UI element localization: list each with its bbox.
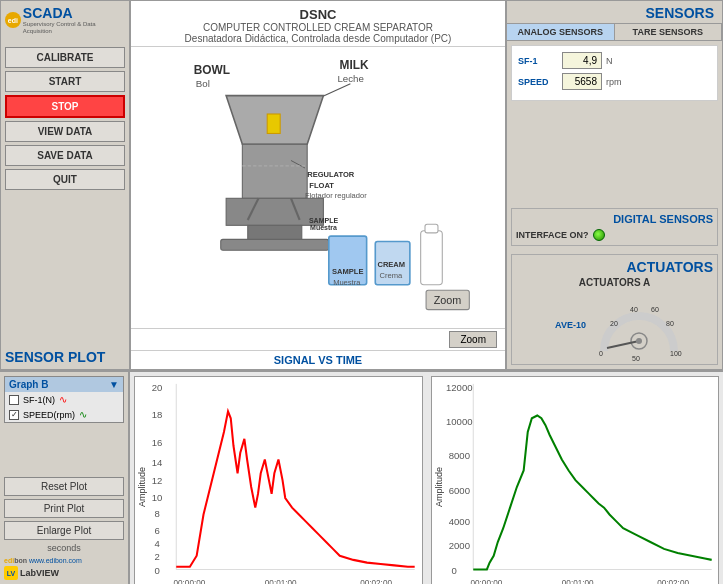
- svg-text:2: 2: [154, 551, 159, 562]
- labview-label: LabVIEW: [20, 568, 59, 578]
- interface-led: [593, 229, 605, 241]
- speed-checkbox[interactable]: [9, 410, 19, 420]
- save-data-button[interactable]: SAVE DATA: [5, 145, 125, 166]
- logo-area: edi SCADA Supervisory Control & Data Acq…: [5, 5, 125, 35]
- svg-text:Crema: Crema: [380, 271, 403, 280]
- svg-text:00:02:00: 00:02:00: [360, 579, 392, 584]
- right-panel: SENSORS ANALOG SENSORS TARE SENSORS SF-1…: [507, 1, 722, 369]
- start-button[interactable]: START: [5, 71, 125, 92]
- gauge-svg: 0 20 40 60 80 100: [594, 296, 684, 361]
- svg-text:60: 60: [651, 306, 659, 313]
- speed-unit: rpm: [606, 77, 622, 87]
- digital-sensors-header: DIGITAL SENSORS: [516, 213, 713, 225]
- graph-selector: Graph B ▼ SF-1(N) ∿ SPEED(rpm) ∿: [4, 376, 124, 423]
- svg-text:0: 0: [599, 350, 603, 357]
- view-data-button[interactable]: VIEW DATA: [5, 121, 125, 142]
- svg-rect-6: [242, 144, 307, 198]
- sf1-unit: N: [606, 56, 613, 66]
- speed-graph-item: SPEED(rpm) ∿: [5, 407, 123, 422]
- subtitle2: Desnatadora Didáctica, Controlada desde …: [135, 33, 501, 44]
- speed-row: SPEED 5658 rpm: [518, 73, 711, 90]
- gauge-container: 0 20 40 60 80 100: [594, 296, 674, 356]
- svg-text:20: 20: [610, 320, 618, 327]
- svg-text:40: 40: [630, 306, 638, 313]
- dropdown-icon[interactable]: ▼: [109, 379, 119, 390]
- sf1-graph-item: SF-1(N) ∿: [5, 392, 123, 407]
- edibon-logo-text: edibon www.edibon.com: [4, 557, 124, 564]
- svg-text:Bol: Bol: [196, 78, 210, 89]
- graph-selector-label: Graph B: [9, 379, 48, 390]
- svg-text:4000: 4000: [448, 516, 469, 527]
- zoom-button[interactable]: Zoom: [449, 331, 497, 348]
- svg-text:16: 16: [152, 437, 163, 448]
- svg-text:100: 100: [670, 350, 682, 357]
- svg-text:REGULATOR: REGULATOR: [307, 170, 355, 179]
- sf1-label: SF-1: [518, 56, 558, 66]
- svg-text:BOWL: BOWL: [194, 63, 230, 77]
- tare-sensors-tab[interactable]: TARE SENSORS: [615, 24, 723, 40]
- sample-label-text: SAMPLE Muestra: [306, 217, 341, 231]
- svg-text:00:01:00: 00:01:00: [265, 579, 297, 584]
- subtitle1: COMPUTER CONTROLLED CREAM SEPARATOR: [135, 22, 501, 33]
- analog-sensors-area: SF-1 4,9 N SPEED 5658 rpm: [511, 45, 718, 101]
- speed-label: SPEED: [518, 77, 558, 87]
- svg-point-36: [636, 338, 642, 344]
- digital-sensors-section: DIGITAL SENSORS INTERFACE ON?: [511, 208, 718, 246]
- actuators-section: ACTUATORS ACTUATORS A AVE-10 0 2: [511, 254, 718, 365]
- sf1-checkbox[interactable]: [9, 395, 19, 405]
- speed-graph-label: SPEED(rpm): [23, 410, 75, 420]
- sensors-header: SENSORS: [507, 1, 722, 24]
- a-chart-content: 20 18 16 14 12 10 8 6 4 2 0: [149, 377, 422, 584]
- center-title: DSNC COMPUTER CONTROLLED CREAM SEPARATOR…: [131, 1, 505, 47]
- svg-rect-26: [267, 114, 280, 133]
- speed-waveform-icon: ∿: [79, 409, 87, 420]
- stop-button[interactable]: STOP: [5, 95, 125, 118]
- charts-row: Amplitude 20 18 16 14 12: [134, 376, 719, 584]
- b-y-axis-label: Amplitude: [432, 377, 446, 584]
- bottom-buttons: Reset Plot Print Plot Enlarge Plot secon…: [4, 477, 124, 553]
- calibrate-button[interactable]: CALIBRATE: [5, 47, 125, 68]
- svg-text:20: 20: [152, 382, 163, 393]
- a-y-axis-label: Amplitude: [135, 377, 149, 584]
- bottom-section: Graph B ▼ SF-1(N) ∿ SPEED(rpm) ∿ Reset P…: [0, 370, 723, 584]
- enlarge-plot-button[interactable]: Enlarge Plot: [4, 521, 124, 540]
- nav-buttons: CALIBRATE START STOP VIEW DATA SAVE DATA…: [5, 47, 125, 190]
- logo-scada: edi SCADA Supervisory Control & Data Acq…: [5, 5, 125, 35]
- ave10-label: AVE-10: [555, 320, 586, 332]
- b-chart-label-area: Amplitude 12000 10000 8000 6000: [432, 377, 719, 584]
- b-chart-content: 12000 10000 8000 6000 4000 2000 0 00:00:…: [446, 377, 719, 584]
- main-container: edi SCADA Supervisory Control & Data Acq…: [0, 0, 723, 584]
- graph-selector-header: Graph B ▼: [5, 377, 123, 392]
- svg-text:Muestra: Muestra: [333, 278, 361, 287]
- print-plot-button[interactable]: Print Plot: [4, 499, 124, 518]
- sf1-graph-label: SF-1(N): [23, 395, 55, 405]
- svg-text:00:01:00: 00:01:00: [561, 579, 593, 584]
- gauge-area: AVE-10 0 20 40 60 80 100: [516, 292, 713, 360]
- reset-plot-button[interactable]: Reset Plot: [4, 477, 124, 496]
- speed-value: 5658: [562, 73, 602, 90]
- analog-sensors-tab[interactable]: ANALOG SENSORS: [507, 24, 615, 40]
- svg-text:50: 50: [632, 355, 640, 361]
- sensors-tabs: ANALOG SENSORS TARE SENSORS: [507, 24, 722, 41]
- machine-diagram-svg: BOWL Bol MILK Leche: [131, 47, 505, 328]
- a-graph-wrapper: Amplitude 20 18 16 14 12: [134, 376, 423, 584]
- labview-badge: LV LabVIEW: [4, 566, 124, 580]
- interface-row: INTERFACE ON?: [516, 229, 713, 241]
- svg-rect-22: [421, 231, 443, 285]
- svg-text:80: 80: [666, 320, 674, 327]
- svg-text:Zoom: Zoom: [434, 294, 462, 306]
- diagram-area: BOWL Bol MILK Leche: [131, 47, 505, 328]
- labview-icon: LV: [4, 566, 18, 580]
- bottom-left: Graph B ▼ SF-1(N) ∿ SPEED(rpm) ∿ Reset P…: [0, 372, 130, 584]
- main-title: DSNC: [135, 7, 501, 22]
- svg-text:MILK: MILK: [340, 58, 369, 72]
- svg-text:8000: 8000: [448, 450, 469, 461]
- seconds-label: seconds: [4, 543, 124, 553]
- actuators-sub: ACTUATORS A: [516, 277, 713, 288]
- svg-text:12000: 12000: [446, 382, 473, 393]
- sf1-row: SF-1 4,9 N: [518, 52, 711, 69]
- svg-text:2000: 2000: [448, 540, 469, 551]
- interface-label: INTERFACE ON?: [516, 230, 589, 240]
- scada-brand: SCADA Supervisory Control & Data Acquisi…: [23, 5, 125, 35]
- quit-button[interactable]: QUIT: [5, 169, 125, 190]
